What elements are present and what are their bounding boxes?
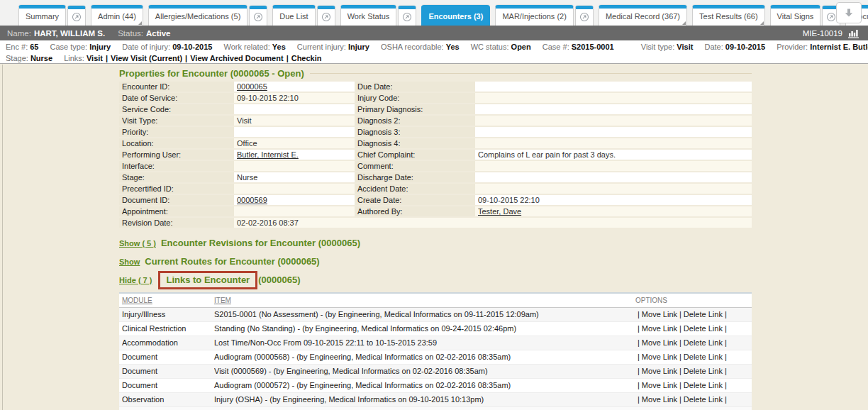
dropdown-corner-icon: [682, 21, 686, 25]
encounter-revisions-section: Show ( 5 )Encounter Revisions for Encoun…: [119, 236, 752, 250]
authored-by-link[interactable]: Tester, Dave: [478, 207, 521, 216]
revisions-title: Encounter Revisions for Encounter (00000…: [161, 238, 360, 248]
delete-link[interactable]: Delete Link: [684, 395, 723, 404]
tab-mar-injections[interactable]: MAR/Injections (2): [495, 5, 573, 26]
move-link[interactable]: Move Link: [642, 310, 677, 318]
tab-vital-signs[interactable]: Vital Signs: [770, 5, 821, 26]
patient-bar-right: MIE-10019: [803, 28, 861, 38]
tab-encounters-active[interactable]: Encounters (3): [421, 5, 490, 26]
row-options: |Move Link|Delete Link|: [635, 322, 752, 336]
tab-label: Work Status: [347, 12, 390, 21]
table-row: Injury/Illness S2015-0001 (No Assessment…: [119, 308, 752, 322]
tab-test-results[interactable]: Test Results (66): [692, 5, 765, 26]
row-options: |Move Link|Delete Link|: [635, 350, 752, 364]
popout-arrow-icon: [579, 12, 589, 22]
tab-label: Vital Signs: [777, 12, 814, 21]
popout-arrow-icon: [253, 12, 263, 22]
tab-group-admin: Admin (44): [91, 5, 143, 26]
move-link[interactable]: Move Link: [642, 353, 677, 361]
tab-work-status[interactable]: Work Status: [340, 5, 397, 26]
row-options: |Move Link|Delete Link|: [635, 379, 752, 392]
tab-group-mar-injections: MAR/Injections (2): [495, 5, 593, 26]
encounter-id-link[interactable]: 0000065: [237, 82, 267, 91]
link-visit[interactable]: Visit: [87, 54, 103, 62]
tab-due-list-popout-button[interactable]: [317, 6, 335, 26]
tab-group-work-status: Work Status: [340, 5, 417, 26]
osha-recordable: OSHA recordable: Yes: [381, 43, 460, 51]
move-link[interactable]: Move Link: [642, 324, 677, 333]
tab-scroll-down-button[interactable]: [836, 2, 862, 23]
prop-row-authored-by: Authored By:Tester, Dave: [355, 206, 752, 216]
visit-type: Visit type: Visit: [641, 43, 694, 51]
tab-due-list[interactable]: Due List: [272, 5, 315, 26]
section-toggles: Show ( 5 )Encounter Revisions for Encoun…: [119, 236, 752, 287]
show-revisions-link[interactable]: Show ( 5 ): [119, 239, 156, 248]
prop-row-revision-date: Revision Date: 02-02-2016 08:37: [119, 218, 752, 228]
performing-user-link[interactable]: Butler, Internist E.: [237, 150, 299, 159]
encounter-info-bar: Enc #: 65 Case type: Injury Date of inju…: [0, 40, 868, 64]
links-to-encounter-table: MODULE ITEM OPTIONS Injury/Illness S2015…: [119, 292, 752, 410]
properties-right-column: Due Date: Injury Code: Primary Diagnosis…: [355, 82, 752, 218]
hide-links-link[interactable]: Hide ( 7 ): [119, 276, 152, 284]
patient-status-label: Status:: [118, 29, 143, 38]
delete-link[interactable]: Delete Link: [684, 367, 723, 375]
row-module: Observation: [119, 393, 214, 406]
move-link[interactable]: Move Link: [642, 381, 677, 389]
popout-arrow-icon: [321, 12, 331, 22]
prop-row-create-date: Create Date:09-10-2015 22:10: [355, 195, 752, 205]
enc-number: Enc #: 65: [6, 43, 39, 51]
tab-allergies-popout-button[interactable]: [249, 6, 267, 26]
prop-row-encounter-id: Encounter ID:0000065: [119, 82, 355, 92]
prop-row-visit-type: Visit Type:Visit: [119, 116, 355, 126]
date-of-injury: Date of injury: 09-10-2015: [122, 43, 212, 51]
patient-status: Active: [146, 29, 171, 38]
delete-link[interactable]: Delete Link: [684, 324, 723, 333]
delete-link[interactable]: Delete Link: [684, 381, 723, 389]
prop-row-comment: Comment:: [355, 161, 752, 171]
prop-row-stage: Stage:Nurse: [119, 172, 355, 182]
column-header-module[interactable]: MODULE: [119, 297, 214, 304]
row-item: Injury (OSHA) - (by Engineering, Medical…: [214, 393, 635, 406]
properties-heading-row: Properties for Encounter (0000065 - Open…: [119, 68, 752, 79]
patient-bar: Name: HART, WILLIAM S. Status: Active MI…: [0, 26, 868, 40]
tab-allergies-medications[interactable]: Allergies/Medications (5): [148, 5, 247, 26]
document-id-link[interactable]: 0000569: [237, 196, 267, 204]
patient-name-label: Name:: [7, 29, 31, 38]
delete-link[interactable]: Delete Link: [684, 338, 723, 347]
column-header-options: OPTIONS: [635, 297, 752, 304]
tab-summary-popout-button[interactable]: [67, 6, 86, 26]
column-header-item[interactable]: ITEM: [214, 297, 635, 304]
tab-work-status-popout-button[interactable]: [398, 6, 416, 26]
move-link[interactable]: Move Link: [642, 395, 677, 404]
system-id: MIE-10019: [803, 29, 842, 38]
table-row: Accommodation Lost Time/Non-Occ From 09-…: [119, 336, 752, 350]
move-link[interactable]: Move Link: [642, 338, 677, 347]
link-view-visit-current[interactable]: View Visit (Current): [111, 54, 182, 62]
current-injury: Current injury: Injury: [297, 43, 369, 51]
move-link[interactable]: Move Link: [642, 367, 677, 375]
usage-chart-icon[interactable]: [847, 28, 861, 38]
links-title-highlighted: Links to Encounter: [158, 271, 257, 289]
prop-row-accident-date: Accident Date:: [355, 184, 752, 194]
tab-mar-popout-button[interactable]: [575, 6, 594, 26]
table-row: Clinical Restriction Standing (No Standi…: [119, 322, 752, 336]
case-type: Case type: Injury: [50, 43, 111, 51]
link-view-archived-document[interactable]: View Archived Document: [190, 54, 283, 62]
prop-row-diagnosis-4: Diagnosis 4:: [355, 138, 752, 148]
delete-link[interactable]: Delete Link: [684, 353, 723, 361]
prop-row-service-code: Service Code:: [119, 104, 355, 114]
down-arrow-icon: [843, 7, 855, 18]
row-item: Audiogram (0000568) - (by Engineering, M…: [214, 350, 635, 364]
delete-link[interactable]: Delete Link: [684, 310, 723, 318]
patient-name: HART, WILLIAM S.: [34, 29, 105, 38]
show-routes-link[interactable]: Show: [119, 257, 140, 266]
work-related: Work related: Yes: [224, 43, 286, 51]
tab-label: Encounters (3): [428, 12, 483, 21]
tab-summary[interactable]: Summary: [18, 5, 66, 26]
link-checkin[interactable]: Checkin: [291, 54, 322, 62]
row-module: Injury/Illness: [119, 308, 214, 321]
tab-medical-record[interactable]: Medical Record (367): [599, 5, 687, 26]
tab-label: MAR/Injections (2): [502, 12, 566, 21]
tab-group-summary: Summary: [18, 5, 86, 26]
tab-admin[interactable]: Admin (44): [91, 5, 143, 26]
